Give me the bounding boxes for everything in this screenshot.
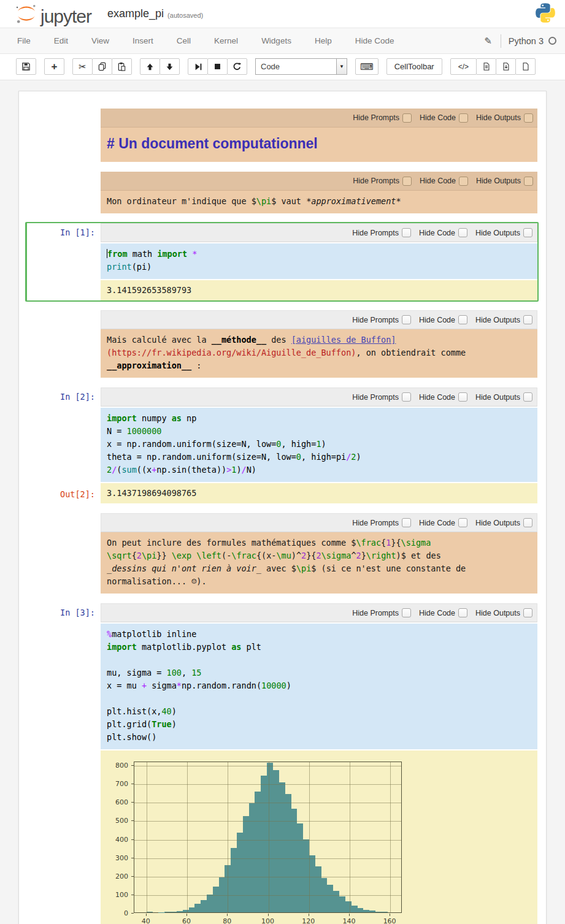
hide-prompts-checkbox[interactable] bbox=[402, 608, 411, 617]
run-cell-button[interactable] bbox=[188, 58, 208, 75]
hist-bar bbox=[351, 906, 357, 912]
code-cell-in3[interactable]: In [3]:Hide PromptsHide CodeHide Outputs… bbox=[25, 602, 539, 924]
y-tick-label: 500 bbox=[104, 817, 128, 825]
new-doc-button[interactable] bbox=[515, 58, 536, 75]
hide-code-checkbox[interactable] bbox=[459, 113, 468, 123]
markdown-source[interactable]: Mais calculé avec la __méthode__ des [ai… bbox=[101, 329, 537, 378]
code-view-icon: </> bbox=[458, 63, 469, 71]
markdown-source[interactable]: # Un document computationnel bbox=[101, 128, 537, 162]
hide-prompts-checkbox[interactable] bbox=[402, 113, 412, 123]
notebook-title[interactable]: example_pi bbox=[107, 7, 164, 20]
hide-code-checkbox[interactable] bbox=[459, 177, 468, 186]
arrow-up-icon bbox=[146, 63, 154, 71]
copy-cell-button[interactable] bbox=[92, 58, 112, 75]
hide-outputs-label: Hide Outputs bbox=[475, 393, 520, 402]
jupyter-logo[interactable]: jupyter bbox=[15, 2, 91, 26]
hide-prompts-checkbox[interactable] bbox=[402, 518, 411, 527]
code-cell-in1[interactable]: In [1]:Hide PromptsHide CodeHide Outputs… bbox=[25, 222, 539, 302]
cell-body: Hide PromptsHide CodeHide Outputs# Un do… bbox=[101, 109, 537, 162]
menu-item-insert[interactable]: Insert bbox=[133, 36, 153, 45]
histogram-output: 0100200300400500600700800406080100120140… bbox=[101, 750, 537, 924]
edit-mode-pencil-icon: ✎ bbox=[484, 36, 492, 47]
input-prompt: In [2]: bbox=[27, 388, 95, 402]
y-tick-mark bbox=[131, 895, 134, 895]
hist-bar bbox=[171, 912, 177, 912]
menu-item-cell[interactable]: Cell bbox=[177, 36, 191, 45]
hide-outputs-checkbox[interactable] bbox=[524, 177, 533, 186]
cell-type-select[interactable]: Code ▼ bbox=[255, 58, 347, 75]
y-tick-mark bbox=[131, 913, 134, 914]
hide-outputs-checkbox[interactable] bbox=[523, 518, 532, 527]
output-text: 3.141592653589793 bbox=[101, 280, 537, 300]
y-tick-mark bbox=[131, 820, 134, 821]
interrupt-kernel-button[interactable] bbox=[207, 58, 228, 75]
hist-bar bbox=[207, 895, 213, 912]
x-tick-mark bbox=[268, 914, 269, 916]
x-tick-mark bbox=[349, 914, 350, 916]
hide-outputs-checkbox[interactable] bbox=[524, 113, 533, 123]
markdown-buffon-cell[interactable]: Hide PromptsHide CodeHide OutputsMais ca… bbox=[25, 309, 539, 379]
hide-code-checkbox[interactable] bbox=[458, 315, 467, 324]
hist-bar bbox=[177, 911, 183, 912]
markdown-source[interactable]: Mon ordinateur m'indique que $\pi$ vaut … bbox=[101, 191, 537, 213]
gridline-x bbox=[390, 762, 391, 912]
add-cell-button[interactable]: + bbox=[44, 58, 64, 75]
markdown-formula-cell[interactable]: Hide PromptsHide CodeHide OutputsOn peut… bbox=[25, 512, 539, 595]
cell-body: Hide PromptsHide CodeHide Outputsimport … bbox=[101, 388, 537, 503]
hide-code-checkbox[interactable] bbox=[458, 228, 467, 237]
hide-code-label: Hide Code bbox=[419, 316, 455, 324]
markdown-source[interactable]: On peut inclure des formules mathématiqu… bbox=[101, 532, 537, 594]
hide-prompts-checkbox[interactable] bbox=[402, 228, 411, 237]
restart-kernel-button[interactable] bbox=[227, 58, 247, 75]
code-source[interactable]: from math import *print(pi) bbox=[101, 243, 537, 279]
hist-bar bbox=[201, 900, 207, 912]
menu-item-help[interactable]: Help bbox=[315, 36, 332, 45]
hide-outputs-checkbox[interactable] bbox=[523, 315, 532, 324]
move-cell-down-button[interactable] bbox=[160, 58, 180, 75]
hist-bar bbox=[369, 911, 375, 912]
hide-code-checkbox[interactable] bbox=[458, 518, 467, 527]
hide-code-checkbox[interactable] bbox=[458, 392, 467, 402]
hide-prompts-checkbox[interactable] bbox=[402, 392, 411, 402]
prompt-gutter bbox=[27, 172, 101, 213]
code-source[interactable]: %matplotlib inlineimport matplotlib.pypl… bbox=[101, 624, 537, 749]
y-tick-mark bbox=[131, 876, 134, 877]
export-doc-button[interactable] bbox=[476, 58, 496, 75]
command-palette-button[interactable]: ⌨ bbox=[355, 58, 379, 75]
paste-cell-button[interactable] bbox=[112, 58, 132, 75]
scissors-icon: ✂ bbox=[79, 61, 86, 72]
hide-code-checkbox[interactable] bbox=[458, 608, 467, 617]
hist-bar bbox=[194, 904, 201, 912]
save-button[interactable] bbox=[16, 58, 36, 75]
cut-cell-button[interactable]: ✂ bbox=[72, 58, 93, 75]
restart-icon bbox=[233, 62, 242, 71]
menu-item-edit[interactable]: Edit bbox=[54, 36, 68, 45]
code-source[interactable]: import numpy as npN = 1000000x = np.rand… bbox=[101, 408, 537, 482]
menu-item-kernel[interactable]: Kernel bbox=[214, 36, 238, 45]
menu-item-file[interactable]: File bbox=[17, 36, 31, 45]
menu-item-hide-code[interactable]: Hide Code bbox=[355, 36, 394, 45]
hide-prompts-checkbox[interactable] bbox=[402, 315, 411, 324]
jupyter-logo-icon bbox=[15, 2, 38, 26]
code-cell-in2[interactable]: In [2]:Out[2]:Hide PromptsHide CodeHide … bbox=[25, 386, 539, 505]
hide-prompts-label: Hide Prompts bbox=[352, 229, 399, 237]
hist-bar bbox=[381, 912, 387, 912]
cell-body: Hide PromptsHide CodeHide Outputs%matplo… bbox=[101, 603, 537, 924]
markdown-intro-cell[interactable]: Hide PromptsHide CodeHide OutputsMon ord… bbox=[25, 170, 539, 215]
code-view-button[interactable]: </> bbox=[450, 58, 477, 75]
menu-item-widgets[interactable]: Widgets bbox=[261, 36, 291, 45]
hide-outputs-label: Hide Outputs bbox=[476, 177, 521, 185]
hide-outputs-checkbox[interactable] bbox=[523, 228, 532, 237]
prompt-gutter bbox=[27, 310, 101, 378]
gridline-y bbox=[134, 766, 401, 766]
celltoolbar-button[interactable]: CellToolbar bbox=[386, 58, 442, 75]
hide-outputs-checkbox[interactable] bbox=[523, 392, 532, 402]
markdown-title-cell[interactable]: Hide PromptsHide CodeHide Outputs# Un do… bbox=[25, 107, 539, 163]
hide-outputs-checkbox[interactable] bbox=[523, 608, 532, 617]
hide-prompts-checkbox[interactable] bbox=[402, 177, 412, 186]
hide-outputs-label: Hide Outputs bbox=[475, 316, 520, 324]
hide-prompts-label: Hide Prompts bbox=[352, 609, 399, 617]
move-cell-up-button[interactable] bbox=[140, 58, 160, 75]
export-pdf-button[interactable] bbox=[496, 58, 516, 75]
menu-item-view[interactable]: View bbox=[91, 36, 109, 45]
